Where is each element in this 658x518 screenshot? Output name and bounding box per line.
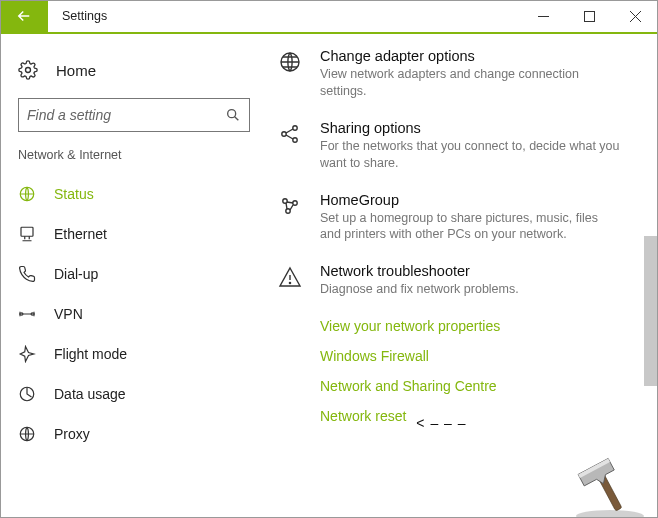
datausage-icon — [18, 385, 36, 403]
annotation-arrow: < – – – — [416, 415, 466, 431]
nav-label: Proxy — [54, 426, 90, 442]
content-pane: Change adapter options View network adap… — [268, 34, 658, 518]
option-title: Change adapter options — [320, 48, 620, 64]
nav-label: VPN — [54, 306, 83, 322]
warning-icon — [278, 265, 302, 289]
svg-rect-5 — [21, 227, 33, 236]
svg-point-17 — [289, 283, 290, 284]
svg-point-7 — [31, 313, 33, 315]
minimize-button[interactable] — [520, 0, 566, 32]
option-troubleshooter[interactable]: Network troubleshooter Diagnose and fix … — [276, 263, 638, 298]
status-icon — [18, 185, 36, 203]
home-button[interactable]: Home — [0, 56, 268, 98]
close-icon — [630, 11, 641, 22]
svg-rect-1 — [584, 11, 594, 21]
nav-label: Dial-up — [54, 266, 98, 282]
scrollbar-thumb[interactable] — [644, 236, 658, 386]
link-network-reset[interactable]: Network reset — [320, 408, 406, 424]
nav-item-status[interactable]: Status — [0, 174, 268, 214]
nav-item-proxy[interactable]: Proxy — [0, 414, 268, 454]
option-homegroup[interactable]: HomeGroup Set up a homegroup to share pi… — [276, 192, 638, 244]
svg-point-14 — [283, 198, 287, 202]
search-input[interactable] — [27, 107, 225, 123]
nav-item-vpn[interactable]: VPN — [0, 294, 268, 334]
svg-rect-0 — [538, 16, 549, 17]
homegroup-icon — [278, 194, 302, 218]
airplane-icon — [18, 345, 36, 363]
option-desc: For the networks that you connect to, de… — [320, 138, 620, 172]
svg-point-12 — [293, 126, 297, 130]
option-desc: Diagnose and fix network problems. — [320, 281, 519, 298]
svg-point-2 — [26, 68, 31, 73]
nav-item-dialup[interactable]: Dial-up — [0, 254, 268, 294]
proxy-icon — [18, 425, 36, 443]
option-desc: View network adapters and change connect… — [320, 66, 620, 100]
nav-item-datausage[interactable]: Data usage — [0, 374, 268, 414]
scrollbar[interactable] — [644, 106, 658, 518]
nav-label: Data usage — [54, 386, 126, 402]
ethernet-icon — [18, 225, 36, 243]
nav-label: Status — [54, 186, 94, 202]
svg-point-3 — [228, 110, 236, 118]
home-label: Home — [56, 62, 96, 79]
option-change-adapter[interactable]: Change adapter options View network adap… — [276, 48, 638, 100]
option-sharing[interactable]: Sharing options For the networks that yo… — [276, 120, 638, 172]
svg-point-11 — [282, 132, 286, 136]
titlebar: Settings — [0, 0, 658, 32]
sidebar: Home Network & Internet Status Ethernet … — [0, 34, 268, 518]
vpn-icon — [18, 305, 36, 323]
nav-label: Ethernet — [54, 226, 107, 242]
svg-point-6 — [21, 313, 23, 315]
maximize-button[interactable] — [566, 0, 612, 32]
share-icon — [278, 122, 302, 146]
minimize-icon — [538, 11, 549, 22]
svg-point-13 — [293, 138, 297, 142]
nav-item-ethernet[interactable]: Ethernet — [0, 214, 268, 254]
section-label: Network & Internet — [0, 148, 268, 174]
search-box[interactable] — [18, 98, 250, 132]
nav-label: Flight mode — [54, 346, 127, 362]
back-button[interactable] — [0, 0, 48, 32]
close-button[interactable] — [612, 0, 658, 32]
option-title: HomeGroup — [320, 192, 620, 208]
search-icon — [225, 107, 241, 123]
option-title: Network troubleshooter — [320, 263, 519, 279]
option-desc: Set up a homegroup to share pictures, mu… — [320, 210, 620, 244]
link-network-properties[interactable]: View your network properties — [320, 318, 638, 334]
link-network-sharing-centre[interactable]: Network and Sharing Centre — [320, 378, 638, 394]
arrow-left-icon — [15, 7, 33, 25]
nav-item-flightmode[interactable]: Flight mode — [0, 334, 268, 374]
link-windows-firewall[interactable]: Windows Firewall — [320, 348, 638, 364]
window-title: Settings — [48, 0, 121, 32]
option-title: Sharing options — [320, 120, 620, 136]
dialup-icon — [18, 265, 36, 283]
maximize-icon — [584, 11, 595, 22]
globe-icon — [278, 50, 302, 74]
svg-point-15 — [293, 200, 297, 204]
gear-icon — [18, 60, 38, 80]
